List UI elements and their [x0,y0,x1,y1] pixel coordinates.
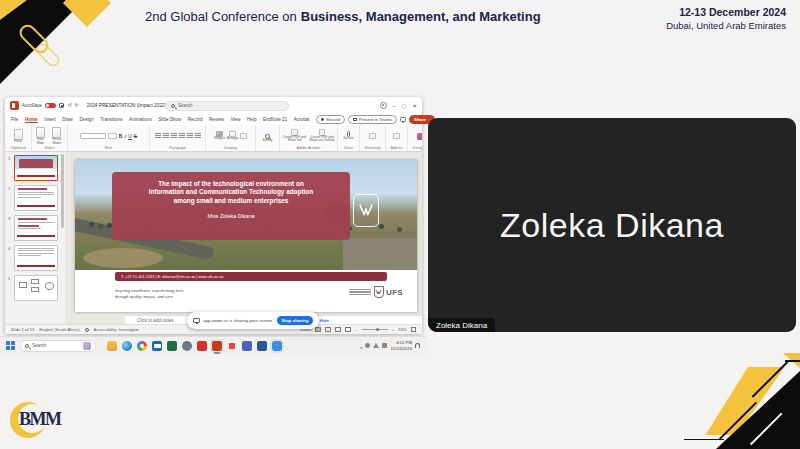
word-icon[interactable] [257,341,267,351]
paste-button[interactable]: Paste [14,129,23,144]
create-pdf-outlook-button[interactable]: Create PDF and Share via Outlook [309,129,335,143]
quick-styles-icon[interactable] [240,133,247,140]
autosave-toggle[interactable] [45,103,56,109]
slide-sorter-icon[interactable] [325,327,331,332]
record-button[interactable]: Record [316,115,345,124]
tab-home[interactable]: Home [25,117,38,123]
zoom-app-icon[interactable] [272,341,282,351]
font-name-box[interactable] [80,133,106,139]
close-button[interactable] [412,103,417,109]
tab-slideshow[interactable]: Slide Show [158,117,181,122]
zoom-percentage[interactable]: 76% [398,327,406,332]
save-icon[interactable] [59,103,65,109]
create-pdf-link-button[interactable]: Create PDF and Share link [282,129,307,143]
tab-acrobat[interactable]: Acrobat [294,117,310,122]
tab-insert[interactable]: Insert [44,117,56,122]
slide-thumbnail-1[interactable] [14,155,58,181]
wifi-icon[interactable] [373,343,379,348]
excel-icon[interactable] [167,341,177,351]
normal-view-icon[interactable] [315,327,321,332]
tab-record[interactable]: Record [188,117,203,122]
new-slide-button[interactable]: New Slide [34,127,47,145]
ppt-titlebar: AutoSave 2024 PRESENTATION (Impact 2022)… [5,97,422,114]
camera-app-icon[interactable] [182,341,192,351]
notifications-icon[interactable] [415,343,420,348]
gmail-icon[interactable] [227,341,237,351]
addins-icon[interactable] [393,133,400,140]
maximize-button[interactable] [402,103,407,109]
onedrive-icon[interactable] [365,343,370,348]
stop-sharing-button[interactable]: Stop sharing [277,316,314,325]
align-center-icon[interactable] [179,133,185,139]
slide-thumbnail-2[interactable] [14,185,58,211]
editing-button[interactable]: Editing [263,134,273,143]
minimize-button[interactable] [393,103,396,109]
file-explorer-icon[interactable] [107,341,117,351]
reuse-slides-button[interactable]: Reuse Slides [49,127,65,145]
slide[interactable]: The impact of the technological environm… [75,160,417,312]
underline-button[interactable]: U [128,133,132,139]
tab-endnote[interactable]: EndNote 21 [263,117,287,122]
font-group-label: Font [105,146,112,151]
taskbar-search[interactable]: Search [20,340,96,352]
slide-thumbnail-3[interactable] [14,215,58,241]
thumbnail-row: 5 [8,275,60,301]
zoom-slider[interactable] [362,329,388,330]
tab-animations[interactable]: Animations [129,117,152,122]
font-size-box[interactable] [108,133,117,139]
bold-button[interactable]: B [119,133,123,139]
outlook-icon[interactable] [152,341,162,351]
numbering-icon[interactable] [163,133,169,139]
language-indicator[interactable]: English (South Africa) [39,327,79,332]
hide-banner-button[interactable]: Hide [319,318,329,323]
powerpoint-app-icon[interactable] [10,101,19,110]
strikethrough-button[interactable]: S [134,133,137,139]
battery-icon[interactable] [382,343,387,348]
undo-icon[interactable] [67,103,71,108]
designer-icon[interactable] [417,133,423,140]
shapes-button[interactable]: Shapes [214,131,225,141]
tray-expand-icon[interactable] [360,337,363,355]
taskbar-clock[interactable]: 4:52 PM 12/13/2024 [390,340,412,351]
reading-view-icon[interactable] [335,327,341,332]
start-button[interactable] [6,341,15,350]
paperclip-inner-icon [35,42,62,69]
teams-taskbar-icon[interactable] [242,341,252,351]
edge-icon[interactable] [122,341,132,351]
justify-icon[interactable] [195,133,201,139]
zoom-in-icon[interactable] [392,327,394,332]
tab-file[interactable]: File [11,117,18,122]
tab-view[interactable]: View [231,117,241,122]
tab-review[interactable]: Review [209,117,224,122]
comments-icon[interactable] [400,117,406,122]
tab-transitions[interactable]: Transitions [100,117,122,122]
account-avatar[interactable] [380,102,387,109]
tab-help[interactable]: Help [247,117,256,122]
zoom-out-icon[interactable] [355,327,357,332]
dictate-button[interactable]: Dictate [344,131,354,141]
align-right-icon[interactable] [187,133,193,139]
slide-thumbnail-4[interactable] [14,245,58,271]
search-highlight-icon [83,342,91,350]
tab-design[interactable]: Design [79,117,93,122]
redo-icon[interactable] [75,103,79,108]
zoom-video-tile[interactable]: Zoleka Dikana Zoleka Dikana [428,118,796,332]
slide-thumbnail-5[interactable] [14,275,58,301]
pdf-app-icon[interactable] [197,341,207,351]
arrange-button[interactable]: Arrange [227,131,238,141]
align-left-icon[interactable] [171,133,177,139]
accessibility-status[interactable]: Accessibility: Investigate [94,327,139,332]
bullets-icon[interactable] [155,133,161,139]
sensitivity-icon[interactable] [369,133,376,140]
powerpoint-taskbar-icon[interactable] [212,341,222,351]
chrome-icon[interactable] [137,341,147,351]
italic-button[interactable]: I [124,134,126,139]
present-in-teams-button[interactable]: Present in Teams [348,115,397,124]
ufs-shield-watermark-icon [353,194,379,227]
fit-to-window-icon[interactable] [411,327,417,332]
thumbnail-scrollbar[interactable] [61,154,64,228]
thumb-line [18,192,54,193]
ppt-search-box[interactable]: Search [165,101,289,111]
tab-draw[interactable]: Draw [62,117,73,122]
slideshow-icon[interactable] [345,327,351,332]
